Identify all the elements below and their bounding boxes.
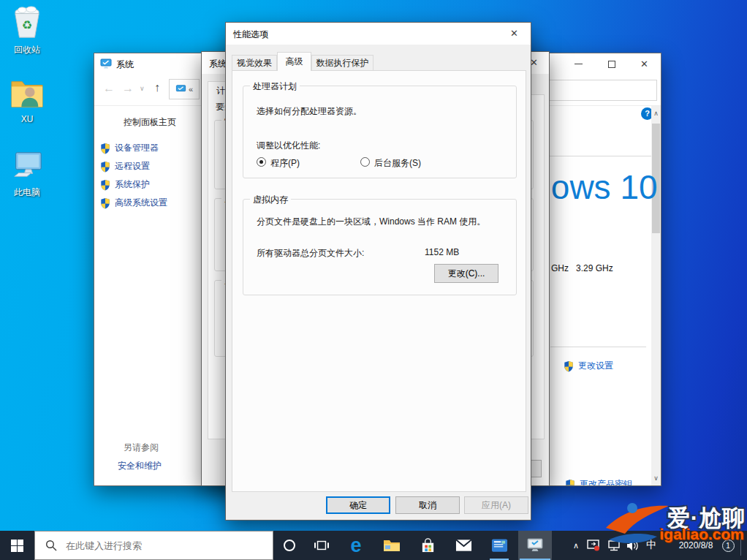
show-desktop-divider — [740, 535, 741, 556]
speaker-icon — [626, 540, 640, 551]
desktop-icon-this-pc[interactable]: 此电脑 — [0, 148, 54, 199]
change-settings-link[interactable]: 更改设置 — [564, 360, 613, 372]
group-label: 处理器计划 — [250, 80, 300, 93]
task-view-icon — [314, 540, 329, 551]
taskbar-search[interactable] — [34, 531, 273, 560]
total-paging-label: 所有驱动器总分页文件大小: — [257, 247, 364, 260]
tab-advanced[interactable]: 高级 — [277, 52, 311, 71]
close-button[interactable]: ✕ — [498, 23, 531, 44]
see-also-heading: 另请参阅 — [124, 442, 159, 454]
watermark-brand: 爱·尬聊 — [667, 503, 746, 534]
sidebar-home[interactable]: 控制面板主页 — [124, 116, 176, 129]
search-box[interactable] — [545, 80, 657, 101]
processor-scheduling-group: 处理器计划 选择如何分配处理器资源。 调整以优化性能: 程序(P) 后台服务(S… — [243, 86, 517, 178]
section-divider — [550, 347, 646, 347]
settings-doc-icon — [491, 538, 508, 553]
desktop-icon-recycle-bin[interactable]: ♻ 回收站 — [0, 6, 54, 56]
processor-desc: 选择如何分配处理器资源。 — [257, 105, 362, 118]
group-label: 虚拟内存 — [250, 194, 291, 206]
change-product-key-label: 更改产品密钥 — [580, 478, 632, 486]
performance-dialog-titlebar[interactable]: 性能选项 ✕ — [226, 23, 531, 45]
sidebar-item-label: 设备管理器 — [115, 142, 159, 154]
back-icon[interactable]: ← — [103, 82, 115, 95]
sidebar-item-device-manager[interactable]: 设备管理器 — [100, 142, 159, 154]
system-settings-app-button[interactable] — [482, 531, 516, 560]
system-monitor-icon — [526, 538, 544, 553]
tray-display-notification[interactable] — [584, 531, 603, 560]
radio-programs[interactable] — [257, 157, 266, 167]
uac-shield-icon — [100, 197, 110, 209]
system-mini-icon — [175, 84, 186, 94]
file-explorer-button[interactable] — [375, 531, 409, 560]
total-paging-value: 1152 MB — [425, 247, 459, 257]
maximize-button[interactable] — [595, 53, 628, 75]
scroll-down-icon[interactable]: ∨ — [651, 474, 661, 482]
security-maintenance-link[interactable]: 安全和维护 — [118, 460, 162, 472]
up-icon[interactable]: ↑ — [154, 81, 160, 94]
screen-alert-icon — [587, 540, 600, 551]
tray-network-button[interactable] — [604, 531, 623, 560]
scrollbar[interactable]: ∧ ∨ — [651, 106, 661, 485]
chevrons-left-icon: « — [189, 85, 193, 94]
cpu-speed-text: GHz 3.29 GHz — [551, 263, 613, 273]
performance-dialog-title: 性能选项 — [233, 29, 268, 41]
cortana-button[interactable] — [273, 531, 306, 560]
desktop-icon-label: XU — [0, 114, 54, 124]
tab-dep[interactable]: 数据执行保护 — [311, 55, 374, 70]
uac-shield-icon — [100, 143, 110, 154]
change-settings-label: 更改设置 — [578, 360, 613, 372]
search-icon — [45, 540, 57, 551]
tray-volume-button[interactable] — [623, 531, 642, 560]
minimize-icon — [575, 64, 583, 64]
tray-clock-date[interactable]: 2020/8/8 — [670, 531, 721, 560]
sidebar-item-label: 远程设置 — [115, 160, 150, 173]
performance-options-dialog: 性能选项 ✕ 视觉效果 高级 数据执行保护 处理器计划 选择如何分配处理器资源。… — [225, 22, 531, 521]
edge-button[interactable]: e — [339, 531, 373, 560]
tray-expand-button[interactable]: ∧ — [568, 531, 584, 560]
address-collapsed-button[interactable]: « — [169, 79, 200, 99]
sidebar-item-remote-settings[interactable]: 远程设置 — [100, 160, 150, 173]
system-window-icon — [100, 58, 112, 69]
apply-button[interactable]: 应用(A) — [464, 496, 528, 514]
sidebar-item-label: 系统保护 — [115, 178, 150, 191]
radio-services-label[interactable]: 后台服务(S) — [374, 157, 421, 170]
advanced-tabpage: 处理器计划 选择如何分配处理器资源。 调整以优化性能: 程序(P) 后台服务(S… — [232, 70, 526, 492]
mail-button[interactable] — [447, 531, 480, 560]
task-view-button[interactable] — [306, 531, 338, 560]
sidebar-item-advanced-settings[interactable]: 高级系统设置 — [100, 197, 167, 209]
start-button[interactable] — [0, 531, 34, 560]
uac-shield-icon — [100, 161, 110, 173]
close-button[interactable]: ✕ — [628, 53, 661, 75]
virtual-memory-group: 虚拟内存 分页文件是硬盘上的一块区域，Windows 当作 RAM 使用。 所有… — [243, 199, 517, 295]
desktop-icon-label: 此电脑 — [0, 186, 54, 199]
desktop-icon-label: 回收站 — [0, 44, 54, 56]
sidebar-item-label: 高级系统设置 — [115, 197, 167, 209]
store-button[interactable] — [411, 531, 444, 560]
ok-button[interactable]: 确定 — [326, 496, 390, 514]
minimize-button[interactable] — [562, 53, 595, 75]
desktop-icon-xu-folder[interactable]: XU — [0, 77, 54, 124]
change-button[interactable]: 更改(C)... — [434, 264, 498, 283]
cortana-icon — [284, 540, 295, 551]
uac-shield-icon — [100, 179, 110, 191]
tab-visual-effects[interactable]: 视觉效果 — [232, 55, 277, 70]
adjust-label: 调整以优化性能: — [257, 140, 320, 152]
forward-icon[interactable]: → — [122, 82, 134, 95]
radio-programs-label[interactable]: 程序(P) — [270, 157, 300, 170]
radio-background-services[interactable] — [360, 157, 370, 167]
scroll-up-icon[interactable]: ∧ — [651, 110, 661, 117]
taskbar: e — [0, 531, 747, 560]
windows-start-icon — [11, 540, 23, 552]
recycle-bin-icon: ♻ — [10, 6, 44, 39]
sidebar-item-system-protection[interactable]: 系统保护 — [100, 178, 150, 191]
desktop: ♻ 回收站 XU 此电脑 系统 — [0, 0, 747, 560]
store-icon — [420, 538, 436, 553]
tray-notification-button[interactable]: 1 — [718, 531, 737, 560]
change-product-key-link[interactable]: 更改产品密钥 — [565, 478, 632, 486]
system-window-taskbar-button[interactable] — [518, 531, 552, 560]
history-chevron-icon[interactable]: ∨ — [140, 85, 145, 92]
maximize-icon — [608, 61, 615, 68]
tray-ime-indicator[interactable]: 中 — [642, 531, 660, 560]
search-input[interactable] — [66, 540, 249, 551]
cancel-button[interactable]: 取消 — [395, 496, 460, 514]
